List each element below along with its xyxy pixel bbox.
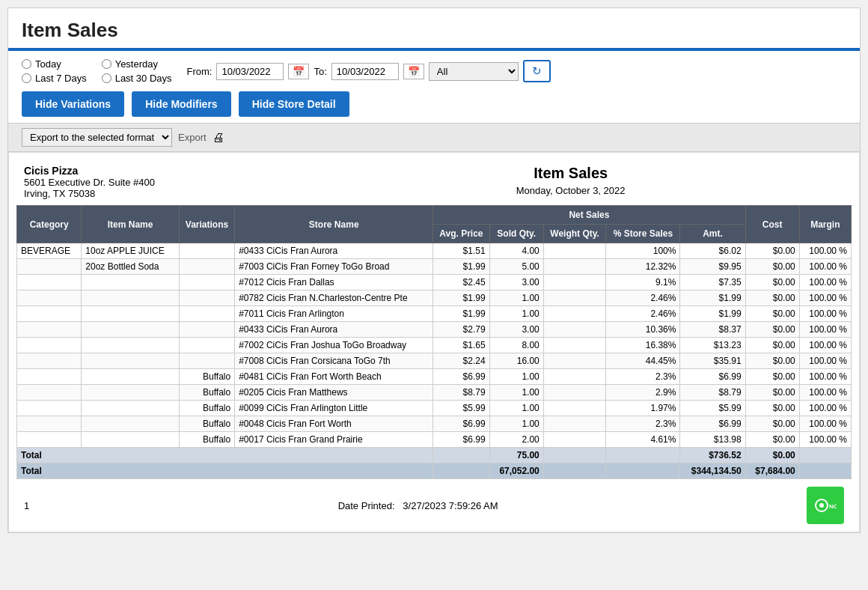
cell-sold-qty: 1.00 xyxy=(489,291,543,306)
col-net-sales-header: Net Sales xyxy=(433,206,745,225)
cell-item: 10oz APPLE JUICE xyxy=(82,243,179,259)
print-icon[interactable]: 🖨 xyxy=(213,131,224,145)
cell-cost: $0.00 xyxy=(745,322,799,338)
cell-variation xyxy=(179,306,234,322)
filter-row: Today Last 7 Days Yesterday Last 30 Days xyxy=(22,58,846,84)
col-item-name: Item Name xyxy=(82,206,179,243)
cell-variation xyxy=(179,353,234,369)
cell-cost: $0.00 xyxy=(745,369,799,385)
cell-weight-qty xyxy=(543,401,606,416)
radio-last7-input[interactable] xyxy=(22,73,31,83)
cell-item xyxy=(82,385,179,401)
from-calendar-btn[interactable]: 📅 xyxy=(288,64,309,79)
cell-sold-qty: 1.00 xyxy=(489,416,543,432)
cell-variation: Buffalo xyxy=(179,385,234,401)
company-name: Cicis Pizza xyxy=(24,165,297,177)
radio-last30-input[interactable] xyxy=(102,73,111,83)
cell-pct-store: 2.3% xyxy=(606,416,680,432)
cell-category xyxy=(17,416,82,432)
cell-amt: $13.98 xyxy=(680,432,745,448)
col-variations: Variations xyxy=(179,206,234,243)
report-date: Monday, October 3, 2022 xyxy=(297,185,844,196)
cell-total-cost: $0.00 xyxy=(745,448,799,463)
radio-yesterday[interactable]: Yesterday xyxy=(102,58,172,70)
radio-last30[interactable]: Last 30 Days xyxy=(102,73,172,84)
cell-sold-qty: 2.00 xyxy=(489,432,543,448)
company-addr1: 5601 Executive Dr. Suite #400 xyxy=(24,177,297,188)
hide-variations-btn[interactable]: Hide Variations xyxy=(22,91,124,117)
scrollable-report[interactable]: Cicis Pizza 5601 Executive Dr. Suite #40… xyxy=(8,152,860,532)
cell-pct-store: 2.46% xyxy=(606,291,680,306)
to-date-input[interactable] xyxy=(331,63,399,80)
cell-grand-sold: 67,052.00 xyxy=(489,463,543,479)
cell-sold-qty: 1.00 xyxy=(489,401,543,416)
cell-margin: 100.00 % xyxy=(799,385,851,401)
cell-grand-cost: $7,684.00 xyxy=(745,463,799,479)
cell-variation: Buffalo xyxy=(179,369,234,385)
cell-amt: $5.99 xyxy=(680,401,745,416)
cell-weight-qty xyxy=(543,322,606,338)
cell-margin: 100.00 % xyxy=(799,259,851,275)
col-weight-qty: Weight Qty. xyxy=(543,225,606,243)
cell-pct-store: 9.1% xyxy=(606,275,680,291)
cell-amt: $1.99 xyxy=(680,291,745,306)
cell-category xyxy=(17,385,82,401)
cell-cost: $0.00 xyxy=(745,432,799,448)
table-row: #7008 CiCis Fran Corsicana ToGo 7th $2.2… xyxy=(17,353,852,369)
report-footer: 1 Date Printed: 3/27/2023 7:59:26 AM NCR xyxy=(9,479,859,532)
cell-cost: $0.00 xyxy=(745,416,799,432)
cell-grand-amt: $344,134.50 xyxy=(680,463,745,479)
cell-grand-margin xyxy=(799,463,851,479)
cell-item xyxy=(82,306,179,322)
cell-store: #0017 Cicis Fran Grand Prairie xyxy=(235,432,433,448)
cell-store: #7002 CiCis Fran Joshua ToGo Broadway xyxy=(235,338,433,353)
export-link[interactable]: Export xyxy=(178,132,207,143)
cell-margin: 100.00 % xyxy=(799,306,851,322)
cell-pct-store: 2.9% xyxy=(606,385,680,401)
cell-avg-price: $6.99 xyxy=(433,432,489,448)
date-printed-value: 3/27/2023 7:59:26 AM xyxy=(403,500,498,511)
cell-item xyxy=(82,369,179,385)
cell-store: #7003 CiCis Fran Forney ToGo Broad xyxy=(235,259,433,275)
cell-item xyxy=(82,416,179,432)
action-btn-row: Hide Variations Hide Modifiers Hide Stor… xyxy=(22,91,846,117)
cell-margin: 100.00 % xyxy=(799,243,851,259)
report-header: Cicis Pizza 5601 Executive Dr. Suite #40… xyxy=(9,153,859,205)
table-row: #7002 CiCis Fran Joshua ToGo Broadway $1… xyxy=(17,338,852,353)
cell-store: #7012 Cicis Fran Dallas xyxy=(235,275,433,291)
cell-pct-store: 4.61% xyxy=(606,432,680,448)
cell-sold-qty: 8.00 xyxy=(489,338,543,353)
cell-variation xyxy=(179,243,234,259)
cell-grand-weight xyxy=(543,463,606,479)
from-date-input[interactable] xyxy=(216,63,284,80)
date-radio-group: Today Last 7 Days xyxy=(22,58,87,84)
cell-pct-store: 16.38% xyxy=(606,338,680,353)
col-store-name: Store Name xyxy=(235,206,433,243)
refresh-btn[interactable]: ↻ xyxy=(523,60,551,82)
cell-category xyxy=(17,275,82,291)
hide-store-detail-btn[interactable]: Hide Store Detail xyxy=(239,91,349,117)
cell-margin: 100.00 % xyxy=(799,291,851,306)
cell-sold-qty: 16.00 xyxy=(489,353,543,369)
from-label: From: xyxy=(187,66,213,77)
cell-sold-qty: 1.00 xyxy=(489,385,543,401)
cell-store: #0048 Cicis Fran Fort Worth xyxy=(235,416,433,432)
hide-modifiers-btn[interactable]: Hide Modifiers xyxy=(132,91,230,117)
cell-category xyxy=(17,291,82,306)
radio-today[interactable]: Today xyxy=(22,58,87,70)
export-format-select[interactable]: Export to the selected format xyxy=(22,128,172,147)
cell-weight-qty xyxy=(543,259,606,275)
cell-total-amt: $736.52 xyxy=(680,448,745,463)
cell-amt: $6.99 xyxy=(680,416,745,432)
radio-today-input[interactable] xyxy=(22,59,31,69)
filter-dropdown[interactable]: All xyxy=(429,62,519,81)
table-row: Buffalo #0017 Cicis Fran Grand Prairie $… xyxy=(17,432,852,448)
cell-variation: Buffalo xyxy=(179,432,234,448)
to-calendar-btn[interactable]: 📅 xyxy=(403,64,424,79)
cell-sold-qty: 5.00 xyxy=(489,259,543,275)
col-pct-store: % Store Sales xyxy=(606,225,680,243)
radio-yesterday-input[interactable] xyxy=(102,59,111,69)
cell-category xyxy=(17,259,82,275)
radio-last7[interactable]: Last 7 Days xyxy=(22,73,87,84)
cell-weight-qty xyxy=(543,306,606,322)
